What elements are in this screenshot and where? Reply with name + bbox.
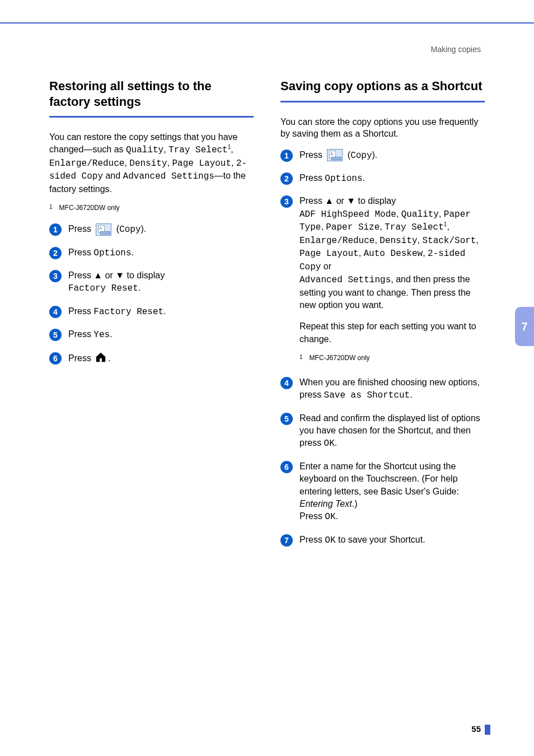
step-badge: 4 bbox=[49, 306, 62, 318]
code-copy: Copy bbox=[119, 225, 140, 235]
code-ok: OK bbox=[325, 535, 335, 545]
step-badge: 3 bbox=[280, 195, 293, 208]
step-text: Press A (Copy). bbox=[68, 223, 254, 236]
step-badge: 7 bbox=[280, 534, 293, 547]
text: Press bbox=[68, 248, 93, 257]
text: Press bbox=[68, 353, 93, 363]
copy-icon: A bbox=[96, 223, 111, 236]
text: Press bbox=[68, 224, 93, 234]
code-enlarge-reduce: Enlarge/Reduce bbox=[299, 236, 374, 246]
code-density: Density bbox=[380, 236, 417, 246]
left-column: Restoring all settings to the factory se… bbox=[49, 78, 254, 557]
text: Press bbox=[299, 535, 325, 544]
step-badge: 2 bbox=[49, 247, 62, 259]
footnote-1-r: 1 MFC-J6720DW only bbox=[299, 353, 485, 363]
step-4: 4 When you are finished choosing new opt… bbox=[280, 376, 485, 402]
code-tray-select: Tray Select bbox=[385, 223, 444, 233]
text: to save your Shortcut. bbox=[336, 535, 425, 544]
step-text: Press . bbox=[68, 352, 254, 366]
home-icon bbox=[95, 352, 107, 366]
step-1: 1 Press A (Copy). bbox=[49, 223, 254, 236]
text: . bbox=[132, 248, 134, 257]
step-text: Press Yes. bbox=[68, 328, 254, 341]
footnote-num: 1 bbox=[49, 204, 53, 212]
copy-icon: A bbox=[327, 149, 343, 161]
code-advanced: Advanced Settings bbox=[123, 171, 214, 181]
left-heading: Restoring all settings to the factory se… bbox=[49, 78, 254, 109]
sup-ref: 1 bbox=[444, 221, 447, 227]
step-badge: 2 bbox=[280, 172, 293, 185]
step-3: 3 Press ▲ or ▼ to display ADF HighSpeed … bbox=[280, 195, 485, 366]
italic-ref: Entering Text bbox=[299, 499, 352, 508]
step-2: 2 Press Options. bbox=[49, 246, 254, 259]
step-text: Press OK to save your Shortcut. bbox=[299, 534, 485, 547]
text: Press bbox=[68, 306, 93, 316]
text: . bbox=[163, 306, 166, 316]
text: Press bbox=[68, 329, 93, 339]
text: . bbox=[410, 390, 412, 399]
text: .) bbox=[352, 499, 358, 508]
step-text: Press A (Copy). bbox=[299, 149, 485, 162]
step-6: 6 Enter a name for the Shortcut using th… bbox=[280, 460, 485, 524]
text: ). bbox=[372, 150, 378, 160]
step-text: Press ▲ or ▼ to display Factory Reset. bbox=[68, 269, 254, 295]
step-badge: 3 bbox=[49, 270, 62, 282]
header-rule bbox=[0, 22, 534, 24]
step-3: 3 Press ▲ or ▼ to display Factory Reset. bbox=[49, 269, 254, 295]
step-text: When you are finished choosing new optio… bbox=[299, 376, 485, 402]
code-density: Density bbox=[129, 158, 167, 169]
text: Press bbox=[299, 173, 325, 183]
code-quality: Quality bbox=[126, 145, 163, 155]
code-ok: OK bbox=[324, 438, 335, 449]
step-5: 5 Read and confirm the displayed list of… bbox=[280, 412, 485, 450]
sup-ref: 1 bbox=[228, 144, 231, 150]
code-enlarge-reduce: Enlarge/Reduce bbox=[49, 158, 124, 169]
step-1: 1 Press A (Copy). bbox=[280, 149, 485, 162]
step-text: Press Options. bbox=[299, 172, 485, 185]
heading-underline bbox=[49, 116, 254, 118]
page-number-bar bbox=[485, 725, 490, 735]
code-factory-reset: Factory Reset bbox=[68, 283, 138, 293]
right-heading: Saving copy options as a Shortcut bbox=[280, 78, 485, 94]
left-intro: You can restore the copy settings that y… bbox=[49, 131, 254, 195]
step-4: 4 Press Factory Reset. bbox=[49, 305, 254, 318]
step-badge: 4 bbox=[280, 377, 293, 389]
code-copy: Copy bbox=[350, 151, 372, 161]
code-paper-size: Paper Size bbox=[326, 223, 380, 233]
text: . bbox=[110, 329, 112, 339]
footnote-text: MFC-J6720DW only bbox=[310, 353, 370, 363]
text: . bbox=[138, 283, 140, 292]
code-page-layout: Page Layout bbox=[299, 249, 359, 259]
code-page-layout: Page Layout bbox=[172, 158, 231, 169]
running-header: Making copies bbox=[431, 45, 481, 54]
step-text: Press ▲ or ▼ to display ADF HighSpeed Mo… bbox=[299, 195, 485, 366]
code-ok: OK bbox=[325, 512, 335, 522]
code-adf: ADF HighSpeed Mode bbox=[299, 209, 396, 220]
text: Press bbox=[299, 150, 325, 160]
right-column: Saving copy options as a Shortcut You ca… bbox=[280, 78, 485, 557]
code-auto-deskew: Auto Deskew bbox=[364, 249, 423, 259]
step-text: Read and confirm the displayed list of o… bbox=[299, 412, 485, 450]
text: Press ▲ or ▼ to display bbox=[68, 270, 165, 280]
code-factory-reset: Factory Reset bbox=[93, 307, 163, 317]
text: . bbox=[108, 353, 110, 363]
code-advanced: Advanced Settings bbox=[299, 275, 391, 285]
step-7: 7 Press OK to save your Shortcut. bbox=[280, 534, 485, 547]
footnote-text: MFC-J6720DW only bbox=[59, 204, 120, 212]
code-options: Options bbox=[325, 174, 362, 184]
text: . bbox=[363, 173, 365, 183]
step-6: 6 Press . bbox=[49, 352, 254, 366]
step-3-repeat: Repeat this step for each setting you wa… bbox=[299, 320, 485, 346]
step-5: 5 Press Yes. bbox=[49, 328, 254, 341]
code-yes: Yes bbox=[93, 330, 110, 340]
step-text: Press Factory Reset. bbox=[68, 305, 254, 318]
text: Press bbox=[299, 511, 325, 521]
text: Press ▲ or ▼ to display bbox=[299, 196, 396, 206]
text: ). bbox=[141, 224, 147, 234]
footnote-num: 1 bbox=[299, 353, 303, 363]
step-badge: 6 bbox=[49, 352, 62, 365]
step-badge: 1 bbox=[49, 223, 62, 236]
code-options: Options bbox=[93, 248, 131, 258]
page-content: Restoring all settings to the factory se… bbox=[49, 78, 485, 557]
code-quality: Quality bbox=[401, 209, 439, 220]
